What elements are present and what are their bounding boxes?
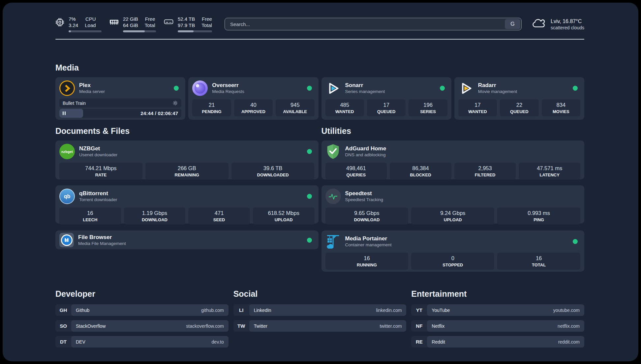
bookmark-tag: DT bbox=[55, 336, 71, 348]
radarr-icon bbox=[458, 80, 474, 96]
stat-value: 744.21 Mbps bbox=[60, 165, 142, 172]
app-name: Media Portainer bbox=[345, 235, 392, 242]
app-card-nzbget[interactable]: nzbget NZBGet Usenet downloader 744.21 M… bbox=[55, 140, 319, 179]
stat-label: UPLOAD bbox=[412, 217, 494, 223]
bookmark-twitter[interactable]: TW Twitter twitter.com bbox=[233, 320, 407, 332]
app-card-speedtest[interactable]: Speedtest Speedtest Tracking 9.65 Gbps D… bbox=[321, 185, 585, 224]
bookmark-url: twitter.com bbox=[380, 323, 406, 329]
social-column: Social LI LinkedIn linkedin.com TW Twitt… bbox=[233, 289, 407, 352]
ram-stat-text: 22 GiB 64 GiB Free Total bbox=[123, 16, 156, 28]
stat-value: 86,384 bbox=[390, 165, 451, 172]
app-subtitle: Torrent downloader bbox=[79, 197, 117, 203]
stat-label: LEECH bbox=[60, 217, 120, 223]
plex-titles: Plex Media server bbox=[79, 82, 105, 95]
bookmark-tag: RE bbox=[411, 336, 427, 348]
filebrowser-titles: File Browser Media File Management bbox=[78, 234, 126, 247]
bookmark-dev[interactable]: DT DEV dev.to bbox=[55, 336, 229, 348]
stat-label: PENDING bbox=[193, 109, 230, 114]
bookmark-url: youtube.com bbox=[553, 308, 584, 313]
app-card-sonarr[interactable]: Sonarr Series management 485 WANTED 17 Q… bbox=[321, 77, 451, 120]
cpu-stat-text: 7% 3.24 CPU Load bbox=[69, 16, 102, 28]
bookmark-tag: SO bbox=[55, 320, 71, 332]
app-subtitle: Media File Management bbox=[78, 241, 126, 247]
bookmark-github[interactable]: GH Github github.com bbox=[55, 304, 229, 316]
status-online-dot bbox=[573, 239, 578, 244]
bookmark-tag: TW bbox=[233, 320, 249, 332]
bookmark-youtube[interactable]: YT YouTube youtube.com bbox=[411, 304, 584, 316]
overseerr-icon bbox=[192, 80, 208, 96]
bookmark-name: YouTube bbox=[427, 308, 553, 313]
media-cards-row: Plex Media server Bullet Train 24:44 / 0… bbox=[55, 77, 584, 120]
stat-value: 0.993 ms bbox=[498, 210, 580, 217]
app-card-adguard[interactable]: AdGuard Home DNS and adblocking 498,461 … bbox=[321, 140, 585, 179]
ram-free-value: 22 GiB bbox=[123, 16, 138, 22]
speedtest-pulse-icon bbox=[325, 189, 341, 204]
bookmark-name: Github bbox=[71, 308, 201, 313]
filebrowser-icon bbox=[59, 233, 74, 247]
stat-label: DOWNLOADED bbox=[232, 172, 314, 178]
stat-value: 471 bbox=[189, 210, 249, 217]
sonarr-icon bbox=[325, 80, 341, 96]
adguard-shield-icon bbox=[325, 144, 341, 159]
status-online-dot bbox=[174, 86, 179, 91]
bookmark-linkedin[interactable]: LI LinkedIn linkedin.com bbox=[233, 304, 407, 316]
app-card-radarr[interactable]: Radarr Movie management 17 WANTED 22 QUE… bbox=[454, 77, 584, 120]
section-title-social: Social bbox=[233, 289, 407, 299]
disk-progress-fill bbox=[178, 30, 194, 32]
bookmark-url: linkedin.com bbox=[376, 308, 407, 313]
bookmark-reddit[interactable]: RE Reddit reddit.com bbox=[411, 336, 584, 348]
app-card-portainer[interactable]: Media Portainer Container management 16 … bbox=[321, 230, 585, 272]
developer-column: Developer GH Github github.com SO StackO… bbox=[55, 289, 229, 352]
bookmark-netflix[interactable]: NF Netflix netflix.com bbox=[411, 320, 584, 332]
app-name: Radarr bbox=[478, 82, 517, 89]
bookmark-url: dev.to bbox=[212, 339, 229, 345]
stat-wanted: 17 WANTED bbox=[458, 99, 497, 116]
stat-value: 1.19 Gbps bbox=[125, 210, 185, 217]
bookmark-tag: LI bbox=[233, 304, 249, 316]
sonarr-stats: 485 WANTED 17 QUEUED 196 SERIES bbox=[325, 99, 447, 116]
pause-icon[interactable] bbox=[63, 111, 66, 115]
portainer-stats: 16 RUNNING 0 STOPPED 16 TOTAL bbox=[325, 253, 581, 270]
bookmark-body: DEV dev.to bbox=[71, 336, 229, 348]
search-engine-button[interactable]: G bbox=[505, 19, 520, 29]
player-settings-gear-icon[interactable] bbox=[172, 100, 178, 106]
app-card-filebrowser[interactable]: File Browser Media File Management bbox=[55, 230, 319, 249]
app-card-qbittorrent[interactable]: qb qBittorrent Torrent downloader 16 LEE… bbox=[55, 185, 319, 224]
bookmark-body: Twitter twitter.com bbox=[249, 320, 407, 332]
qbittorrent-stats: 16 LEECH 1.19 Gbps DOWNLOAD 471 SEED 618… bbox=[59, 207, 315, 225]
overseerr-stats: 21 PENDING 40 APPROVED 945 AVAILABLE bbox=[192, 99, 314, 116]
bookmark-tag: NF bbox=[411, 320, 427, 332]
cpu-chip-icon bbox=[55, 18, 64, 27]
bookmark-stackoverflow[interactable]: SO StackOverflow stackoverflow.com bbox=[55, 320, 229, 332]
nzbget-header: nzbget NZBGet Usenet downloader bbox=[59, 144, 315, 159]
app-subtitle: Media Requests bbox=[212, 89, 244, 95]
app-subtitle: Speedtest Tracking bbox=[345, 197, 383, 203]
stat-rate: 744.21 Mbps RATE bbox=[59, 163, 142, 180]
app-name: qBittorrent bbox=[79, 190, 117, 197]
plex-header: Plex Media server bbox=[59, 80, 181, 96]
app-card-plex[interactable]: Plex Media server Bullet Train 24:44 / 0… bbox=[55, 77, 185, 120]
stat-value: 485 bbox=[326, 102, 363, 108]
speedtest-header: Speedtest Speedtest Tracking bbox=[325, 189, 581, 204]
qbittorrent-titles: qBittorrent Torrent downloader bbox=[79, 190, 117, 203]
stat-value: 9.65 Gbps bbox=[326, 210, 408, 217]
bookmark-tag: GH bbox=[55, 304, 71, 316]
app-card-overseerr[interactable]: Overseerr Media Requests 21 PENDING 40 A… bbox=[188, 77, 318, 120]
qbittorrent-icon-label: qb bbox=[64, 194, 71, 199]
search-input[interactable] bbox=[225, 18, 522, 30]
stat-value: 40 bbox=[235, 102, 272, 108]
stat-wanted: 485 WANTED bbox=[325, 99, 364, 116]
bookmark-name: StackOverflow bbox=[71, 323, 186, 329]
section-title-utilities: Utilities bbox=[321, 126, 585, 136]
stat-queued: 17 QUEUED bbox=[367, 99, 406, 116]
ram-labels: Free Total bbox=[145, 16, 155, 28]
cpu-load-value: 3.24 bbox=[69, 22, 78, 28]
section-title-developer: Developer bbox=[55, 289, 229, 299]
stat-label: LATENCY bbox=[519, 172, 580, 178]
player-progress-bar[interactable]: 24:44 / 02:06:47 bbox=[59, 109, 181, 118]
stat-label: FILTERED bbox=[455, 172, 515, 178]
stat-label: DOWNLOAD bbox=[125, 217, 185, 223]
section-title-entertainment: Entertainment bbox=[411, 289, 584, 299]
nzbget-titles: NZBGet Usenet downloader bbox=[79, 145, 117, 158]
stat-label: QUERIES bbox=[326, 172, 386, 178]
